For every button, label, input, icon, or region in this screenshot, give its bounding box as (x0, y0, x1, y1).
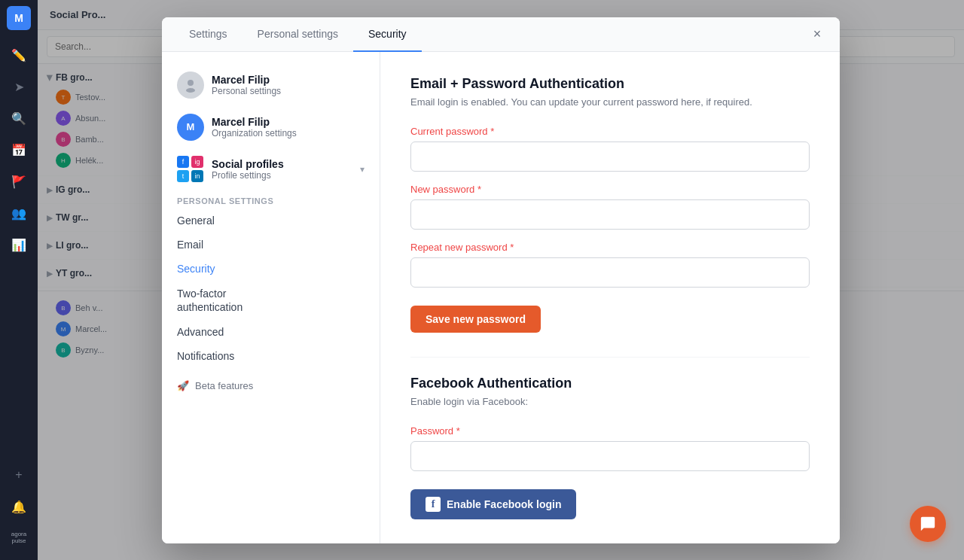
user-org-info: Marcel Filip Organization settings (212, 116, 365, 138)
nav-calendar-icon[interactable]: 📅 (5, 136, 32, 163)
required-asterisk: * (510, 242, 514, 253)
fb-icon: f (177, 156, 189, 168)
user-personal-avatar (177, 72, 204, 99)
beta-features-item[interactable]: 🚀 Beta features (162, 368, 380, 403)
rocket-icon: 🚀 (177, 380, 189, 391)
social-profiles-info: Social profiles Profile settings (212, 158, 352, 181)
svg-point-0 (188, 80, 194, 86)
ig-icon: ig (191, 156, 203, 168)
fb-password-input[interactable] (410, 441, 810, 471)
repeat-password-input[interactable] (410, 257, 810, 288)
app-sidebar: M ✏️ ➤ 🔍 📅 🚩 👥 📊 + 🔔 agorapulse (0, 0, 38, 560)
user-org-role: Organization settings (212, 128, 365, 138)
modal-body: Marcel Filip Personal settings M Marcel … (162, 52, 840, 543)
nav-item-security[interactable]: Security (162, 257, 380, 281)
li-icon: in (191, 170, 203, 182)
settings-modal: Settings Personal settings Security × Ma… (162, 17, 840, 543)
user-org-avatar: M (177, 114, 204, 141)
email-password-title: Email + Password Authentication (410, 76, 810, 92)
beta-features-label: Beta features (195, 380, 253, 391)
nav-compose-icon[interactable]: ✏️ (5, 41, 32, 68)
user-org-item[interactable]: M Marcel Filip Organization settings (162, 106, 380, 148)
save-password-button[interactable]: Save new password (410, 306, 541, 333)
nav-item-email[interactable]: Email (162, 233, 380, 257)
tw-icon: t (177, 170, 189, 182)
required-asterisk: * (456, 425, 460, 437)
email-password-section: Email + Password Authentication Email lo… (410, 76, 810, 357)
nav-search-icon[interactable]: 🔍 (5, 105, 32, 132)
nav-item-general[interactable]: General (162, 208, 380, 233)
facebook-title: Facebook Authentication (410, 376, 810, 391)
nav-item-two-factor[interactable]: Two-factorauthentication (162, 281, 380, 320)
nav-section-label: Personal settings (162, 190, 380, 208)
modal-main-content: Email + Password Authentication Email lo… (380, 52, 840, 543)
nav-flag-icon[interactable]: 🚩 (5, 168, 32, 195)
tab-settings[interactable]: Settings (174, 17, 243, 52)
current-password-input[interactable] (410, 142, 810, 172)
modal-tabs-bar: Settings Personal settings Security × (162, 17, 840, 52)
nav-item-advanced[interactable]: Advanced (162, 320, 380, 344)
agora-logo: agorapulse (5, 525, 32, 552)
social-profiles-item[interactable]: f ig t in Social profiles Profile settin… (162, 148, 380, 190)
modal-overlay: Settings Personal settings Security × Ma… (38, 0, 964, 560)
required-asterisk: * (490, 126, 494, 137)
svg-point-1 (186, 88, 195, 93)
modal-nav-panel: Marcel Filip Personal settings M Marcel … (162, 52, 380, 543)
social-profiles-label: Social profiles (212, 158, 352, 170)
nav-people-icon[interactable]: 👥 (5, 199, 32, 227)
chat-button[interactable] (910, 506, 946, 542)
nav-item-notifications[interactable]: Notifications (162, 344, 380, 368)
new-password-label: New password * (410, 184, 810, 195)
section-divider (410, 357, 810, 358)
user-personal-role: Personal settings (212, 86, 365, 96)
email-password-desc: Email login is enabled. You can update y… (410, 96, 810, 108)
fb-password-label: Password * (410, 425, 810, 437)
user-personal-info: Marcel Filip Personal settings (212, 74, 365, 96)
nav-notification-icon[interactable]: 🔔 (5, 493, 32, 520)
user-org-name: Marcel Filip (212, 116, 365, 128)
modal-close-button[interactable]: × (807, 23, 828, 44)
nav-chart-icon[interactable]: 📊 (5, 231, 32, 258)
facebook-icon: f (426, 497, 441, 512)
user-personal-item[interactable]: Marcel Filip Personal settings (162, 64, 380, 106)
nav-send-icon[interactable]: ➤ (5, 73, 32, 100)
tab-personal-settings[interactable]: Personal settings (243, 17, 353, 52)
tab-security[interactable]: Security (353, 17, 422, 52)
content-area: Social Pro... ▶ FB gro... T Testov... A … (38, 0, 964, 560)
enable-facebook-label: Enable Facebook login (447, 498, 561, 510)
facebook-desc: Enable login via Facebook: (410, 396, 810, 407)
current-password-label: Current password * (410, 126, 810, 137)
social-profiles-sublabel: Profile settings (212, 170, 352, 181)
social-profile-icons: f ig t in (177, 156, 204, 183)
app-logo[interactable]: M (7, 6, 31, 30)
enable-facebook-button[interactable]: f Enable Facebook login (410, 489, 576, 519)
nav-add-icon[interactable]: + (5, 461, 32, 488)
required-asterisk: * (477, 184, 481, 195)
facebook-section: Facebook Authentication Enable login via… (410, 376, 810, 519)
user-personal-name: Marcel Filip (212, 74, 365, 86)
social-profiles-chevron: ▾ (360, 164, 365, 175)
repeat-password-label: Repeat new password * (410, 242, 810, 253)
new-password-input[interactable] (410, 199, 810, 230)
